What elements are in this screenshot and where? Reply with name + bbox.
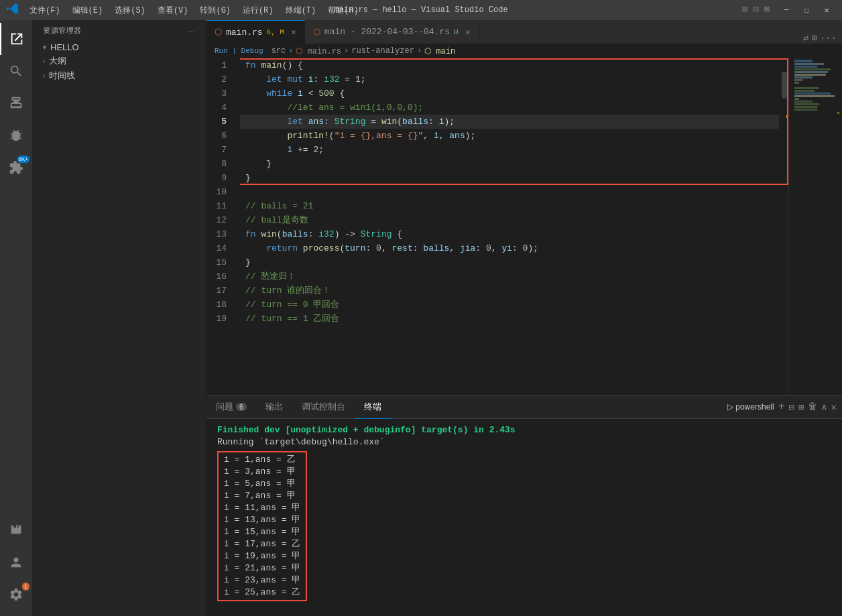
code-line-9[interactable]: } bbox=[240, 171, 842, 185]
code-line-12[interactable]: // ball是奇数 bbox=[240, 213, 842, 227]
output-line-12: i = 25,ans = 乙 bbox=[219, 587, 306, 599]
tab-bar: ⬡ main.rs 6, M ✕ ⬡ main - 2022-04-03--04… bbox=[206, 20, 842, 44]
menu-terminal[interactable]: 终端(T) bbox=[280, 3, 322, 17]
layout-icon2[interactable]: ⊟ bbox=[753, 3, 758, 17]
activity-git[interactable] bbox=[0, 87, 32, 119]
menu-view[interactable]: 查看(V) bbox=[152, 3, 194, 17]
code-line-18[interactable]: // turn == 0 甲回合 bbox=[240, 298, 842, 312]
tab-modified-badge: 6, M bbox=[267, 28, 284, 36]
panel-content[interactable]: Finished dev [unoptimized + debuginfo] t… bbox=[206, 419, 842, 616]
output-line-8: i = 17,ans = 乙 bbox=[219, 538, 306, 550]
output-line-11: i = 23,ans = 甲 bbox=[219, 574, 306, 587]
activity-docker[interactable] bbox=[0, 514, 32, 546]
activity-debug[interactable] bbox=[0, 119, 32, 151]
code-line-2[interactable]: let mut i: i32 = 1; bbox=[240, 72, 842, 86]
minimap bbox=[788, 58, 842, 395]
scrollbar-thumb[interactable] bbox=[782, 72, 787, 99]
main-layout: 6K+ 1 资源管理器 ··· bbox=[0, 20, 842, 616]
scrollbar[interactable] bbox=[779, 58, 788, 395]
menu-file[interactable]: 文件(F) bbox=[24, 3, 66, 17]
menu-edit[interactable]: 编辑(E) bbox=[67, 3, 109, 17]
code-line-3[interactable]: while i < 500 { bbox=[240, 86, 842, 101]
panel-tab-output[interactable]: 输出 bbox=[256, 395, 292, 419]
tab-close-icon[interactable]: ✕ bbox=[465, 27, 471, 38]
output-line-10: i = 21,ans = 甲 bbox=[219, 562, 306, 574]
panel-collapse-icon[interactable]: ∧ bbox=[821, 402, 827, 413]
activity-search[interactable] bbox=[0, 55, 32, 87]
tab-more-icon[interactable]: ··· bbox=[820, 33, 837, 44]
menu-select[interactable]: 选择(S) bbox=[109, 3, 151, 17]
activity-account[interactable] bbox=[0, 546, 32, 578]
panel-close-icon[interactable]: ✕ bbox=[831, 402, 837, 413]
panel-tab-problems[interactable]: 问题 6 bbox=[206, 395, 256, 419]
panel-tab-debug-console[interactable]: 调试控制台 bbox=[292, 395, 355, 419]
breadcrumb-analyzer[interactable]: rust-analyzer bbox=[351, 46, 414, 56]
scroll-mark-1 bbox=[786, 115, 788, 118]
layout-icon[interactable]: ⊞ bbox=[742, 3, 747, 17]
code-line-8[interactable]: } bbox=[240, 157, 842, 171]
close-button[interactable]: ✕ bbox=[818, 3, 835, 17]
breadcrumb-sep2: › bbox=[344, 46, 349, 56]
output-line-4: i = 7,ans = 甲 bbox=[219, 490, 306, 502]
sidebar-item-label: HELLO bbox=[50, 42, 79, 52]
code-line-7[interactable]: i += 2; bbox=[240, 143, 842, 157]
terminal-finished-line: Finished dev [unoptimized + debuginfo] t… bbox=[217, 424, 831, 436]
output-line-2: i = 3,ans = 甲 bbox=[219, 466, 306, 478]
output-line-3: i = 5,ans = 甲 bbox=[219, 478, 306, 490]
menu-bar: 文件(F) 编辑(E) 选择(S) 查看(V) 转到(G) 运行(R) 终端(T… bbox=[24, 3, 364, 17]
menu-run[interactable]: 运行(R) bbox=[237, 3, 279, 17]
code-line-17[interactable]: // turn 谁的回合！ bbox=[240, 284, 842, 298]
sidebar-more-button[interactable]: ··· bbox=[188, 27, 195, 35]
settings-badge: 1 bbox=[22, 582, 29, 591]
code-content[interactable]: fn main() { let mut i: i32 = 1; while i … bbox=[240, 58, 842, 395]
panel-layout-icon[interactable]: ⊞ bbox=[798, 402, 804, 413]
code-line-19[interactable]: // turn == 1 乙回合 bbox=[240, 312, 842, 326]
code-line-1[interactable]: fn main() { bbox=[240, 58, 842, 72]
terminal-dropdown[interactable]: ▷ powershell bbox=[727, 402, 774, 412]
code-line-10[interactable] bbox=[240, 185, 842, 199]
code-line-13[interactable]: fn win(balls: i32) -> String { bbox=[240, 227, 842, 241]
breadcrumb-file[interactable]: ⬡ main.rs bbox=[296, 46, 341, 56]
code-line-14[interactable]: return process(turn: 0, rest: balls, jia… bbox=[240, 241, 842, 255]
add-terminal-icon[interactable]: + bbox=[778, 401, 785, 413]
code-line-11[interactable]: // balls = 21 bbox=[240, 199, 842, 213]
activity-settings[interactable]: 1 bbox=[0, 578, 32, 611]
code-line-15[interactable]: } bbox=[240, 255, 842, 269]
window-title: main.rs — hello — Visual Studio Code bbox=[334, 5, 507, 15]
more-actions-icon[interactable]: ⊞ bbox=[811, 32, 817, 44]
delete-terminal-icon[interactable]: 🗑 bbox=[808, 402, 817, 412]
tab-label: main - 2022-04-03--04.rs bbox=[324, 27, 450, 37]
activity-extensions[interactable]: 6K+ bbox=[0, 151, 32, 184]
tab-main-backup[interactable]: ⬡ main - 2022-04-03--04.rs U ✕ bbox=[305, 20, 479, 44]
split-terminal-icon[interactable]: ⊟ bbox=[788, 402, 794, 413]
breadcrumb-fn[interactable]: ⬡ main bbox=[424, 46, 455, 56]
tab-main-rs[interactable]: ⬡ main.rs 6, M ✕ bbox=[206, 20, 305, 44]
output-line-1: i = 1,ans = 乙 bbox=[219, 454, 306, 466]
chevron-right-icon: › bbox=[43, 72, 45, 80]
menu-goto[interactable]: 转到(G) bbox=[194, 3, 236, 17]
code-editor[interactable]: 1 2 3 4 5 6 7 8 9 10 11 12 13 14 15 16 1 bbox=[206, 58, 842, 395]
activity-bottom: 1 bbox=[0, 514, 32, 616]
line-numbers: 1 2 3 4 5 6 7 8 9 10 11 12 13 14 15 16 1 bbox=[206, 58, 240, 395]
panel-tabs: 问题 6 输出 调试控制台 终端 ▷ powershell + bbox=[206, 395, 842, 419]
run-debug-link[interactable]: Run | Debug bbox=[215, 47, 263, 55]
sidebar-header: 资源管理器 ··· bbox=[32, 20, 206, 41]
tab-label: main.rs bbox=[226, 27, 263, 38]
panel-tab-terminal[interactable]: 终端 bbox=[355, 395, 391, 419]
sidebar-item-hello[interactable]: ▾ HELLO bbox=[32, 41, 206, 54]
code-line-16[interactable]: // 愁途归！ bbox=[240, 269, 842, 284]
tab-close-icon[interactable]: ✕ bbox=[291, 27, 296, 38]
code-line-6[interactable]: println!("i = {},ans = {}", i, ans); bbox=[240, 129, 842, 143]
split-editor-icon[interactable]: ⇄ bbox=[803, 32, 808, 44]
code-line-4[interactable]: //let ans = win1(i,0,0,0); bbox=[240, 101, 842, 115]
code-line-5[interactable]: let ans: String = win(balls: i); bbox=[240, 115, 842, 129]
minimize-button[interactable]: — bbox=[778, 3, 795, 17]
sidebar-item-timeline[interactable]: › 时间线 bbox=[32, 68, 206, 83]
layout-icon3[interactable]: ⊠ bbox=[764, 3, 770, 17]
breadcrumb-src[interactable]: src bbox=[272, 46, 286, 56]
output-line-6: i = 13,ans = 甲 bbox=[219, 514, 306, 526]
maximize-button[interactable]: ☐ bbox=[798, 3, 815, 17]
activity-explorer[interactable] bbox=[0, 23, 32, 55]
sidebar-item-outline[interactable]: › 大纲 bbox=[32, 54, 206, 68]
output-line-7: i = 15,ans = 甲 bbox=[219, 526, 306, 538]
